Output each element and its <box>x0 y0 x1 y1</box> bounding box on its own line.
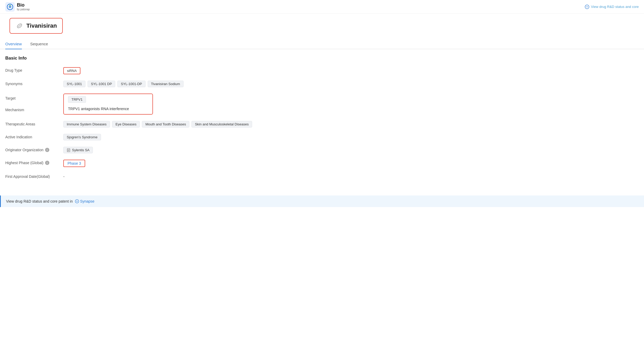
target-mechanism-box: TRPV1 TRPV1 antagonists RNA interference <box>63 94 153 115</box>
label-highest-phase: Highest Phase (Global) i <box>5 160 58 165</box>
active-indication-tag: Sjogren's Syndrome <box>63 134 101 140</box>
label-synonyms: Synonyms <box>5 81 58 86</box>
logo-bio-label: Bio <box>17 3 30 8</box>
org-doc-icon <box>67 148 70 152</box>
originator-info-icon[interactable]: i <box>45 148 49 152</box>
synonym-tag-0: SYL-1001 <box>63 81 85 87</box>
mechanism-value: TRPV1 antagonists RNA interference <box>68 107 148 111</box>
field-drug-type: Drug Type siRNA <box>5 67 639 74</box>
value-highest-phase: Phase 3 <box>63 160 639 167</box>
value-active-indication: Sjogren's Syndrome <box>63 134 639 140</box>
drug-title-row: Tivanisiran <box>0 14 644 38</box>
field-therapeutic-areas: Therapeutic Areas Immune System Diseases… <box>5 121 639 128</box>
svg-point-2 <box>9 5 11 6</box>
value-synonyms: SYL-1001 SYL-1001 DP SYL-1001-DP Tivanis… <box>63 81 639 87</box>
drug-icon <box>15 22 24 30</box>
drug-title-card: Tivanisiran <box>9 18 63 34</box>
target-tag: TRPV1 <box>68 96 86 103</box>
tab-overview[interactable]: Overview <box>5 39 22 49</box>
field-target-mechanism: Target Mechanism TRPV1 TRPV1 antagonists… <box>5 94 639 115</box>
label-therapeutic-areas: Therapeutic Areas <box>5 121 58 126</box>
value-first-approval: - <box>63 173 639 179</box>
value-therapeutic-areas: Immune System Diseases Eye Diseases Mout… <box>63 121 639 128</box>
app-header: Bio by patsnap View drug R&D status and … <box>0 0 644 14</box>
field-highest-phase: Highest Phase (Global) i Phase 3 <box>5 160 639 167</box>
tabs-bar: Overview Sequence <box>0 39 644 49</box>
header-view-drug-link[interactable]: View drug R&D status and core <box>585 4 639 9</box>
therapeutic-tag-3: Skin and Musculoskeletal Diseases <box>191 121 252 128</box>
synonym-tag-2: SYL-1001-DP <box>117 81 145 87</box>
synapse-icon <box>585 4 589 9</box>
therapeutic-tag-2: Mouth and Tooth Diseases <box>142 121 189 128</box>
synapse-link-icon <box>75 199 79 203</box>
logo-by-label: by patsnap <box>17 8 30 11</box>
view-drug-label: View drug R&D status and core <box>591 5 639 9</box>
value-drug-type: siRNA <box>63 67 639 74</box>
synonym-tag-1: SYL-1001 DP <box>88 81 116 87</box>
section-title-basic-info: Basic Info <box>5 56 639 61</box>
synapse-link[interactable]: Synapse <box>75 199 94 203</box>
tab-sequence[interactable]: Sequence <box>30 39 48 49</box>
field-synonyms: Synonyms SYL-1001 SYL-1001 DP SYL-1001-D… <box>5 81 639 87</box>
therapeutic-tag-1: Eye Diseases <box>112 121 140 128</box>
drug-type-tag: siRNA <box>63 67 80 74</box>
label-mechanism: Mechanism <box>5 107 58 112</box>
synapse-banner: View drug R&D status and core patent in … <box>0 195 644 207</box>
label-originator-org: Originator Organization i <box>5 147 58 152</box>
synonym-tag-3: Tivanisiran Sodium <box>148 81 184 87</box>
value-originator-org: Sylentis SA <box>63 147 639 153</box>
originator-org-badge: Sylentis SA <box>63 147 93 153</box>
logo-area: Bio by patsnap <box>5 2 30 12</box>
first-approval-value: - <box>63 173 65 179</box>
field-originator-org: Originator Organization i Sylentis SA <box>5 147 639 153</box>
field-active-indication: Active Indication Sjogren's Syndrome <box>5 134 639 140</box>
main-content: Basic Info Drug Type siRNA Synonyms SYL-… <box>0 49 644 191</box>
label-target: Target <box>5 94 58 100</box>
therapeutic-tag-0: Immune System Diseases <box>63 121 110 128</box>
banner-text: View drug R&D status and core patent in <box>6 199 73 203</box>
label-drug-type: Drug Type <box>5 67 58 72</box>
drug-name: Tivanisiran <box>26 22 57 29</box>
field-first-approval: First Approval Date(Global) - <box>5 173 639 179</box>
logo-text: Bio by patsnap <box>17 3 30 11</box>
label-active-indication: Active Indication <box>5 134 58 139</box>
highest-phase-info-icon[interactable]: i <box>45 161 49 165</box>
logo-icon <box>5 2 15 12</box>
label-first-approval: First Approval Date(Global) <box>5 173 58 179</box>
highest-phase-badge: Phase 3 <box>63 160 85 167</box>
target-value-row: TRPV1 <box>68 97 148 101</box>
